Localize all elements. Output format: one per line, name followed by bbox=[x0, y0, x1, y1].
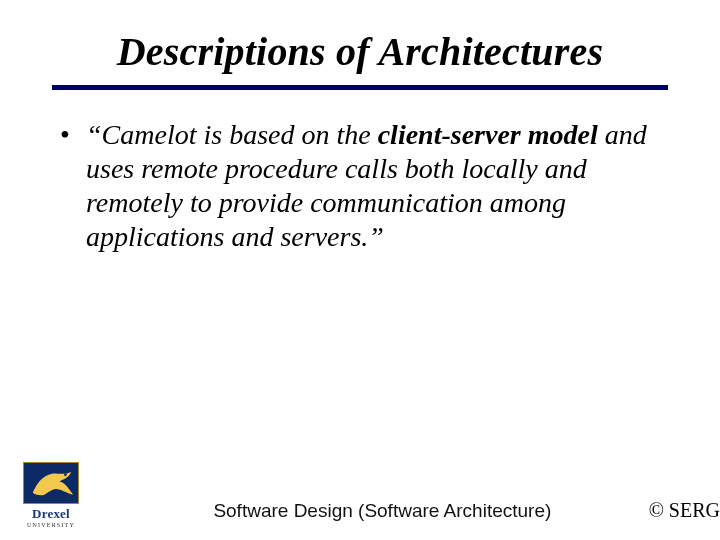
footer-title: Software Design (Software Architecture) bbox=[86, 500, 649, 528]
bullet-emph: client-server model bbox=[378, 119, 598, 150]
bullet-list: “Camelot is based on the client-server m… bbox=[48, 118, 672, 255]
logo-name: Drexel bbox=[32, 506, 70, 522]
svg-point-0 bbox=[64, 473, 67, 476]
slide-title: Descriptions of Architectures bbox=[48, 28, 672, 75]
footer: Drexel UNIVERSITY Software Design (Softw… bbox=[0, 462, 720, 528]
logo-sub: UNIVERSITY bbox=[27, 522, 75, 528]
bullet-quote-open: “ bbox=[86, 119, 102, 150]
title-rule bbox=[52, 85, 668, 90]
dragon-icon bbox=[27, 466, 75, 501]
bullet-text-pre: Camelot is based on the bbox=[102, 119, 378, 150]
logo-emblem bbox=[23, 462, 79, 504]
slide: Descriptions of Architectures “Camelot i… bbox=[0, 0, 720, 540]
footer-copyright: © SERG bbox=[649, 499, 720, 528]
logo: Drexel UNIVERSITY bbox=[16, 462, 86, 528]
bullet-item: “Camelot is based on the client-server m… bbox=[56, 118, 672, 255]
